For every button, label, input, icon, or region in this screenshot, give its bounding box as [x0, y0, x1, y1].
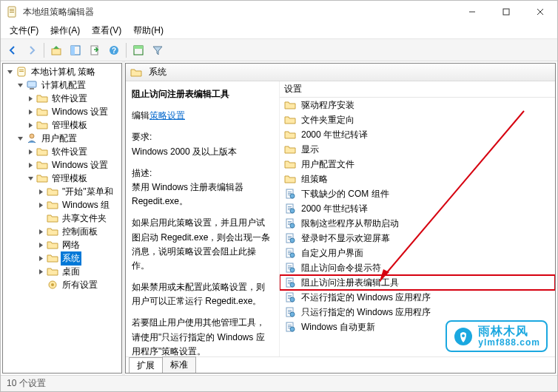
tree-all-settings[interactable]: 所有设置	[3, 278, 121, 291]
menu-action[interactable]: 操作(A)	[44, 23, 86, 38]
tree-node-icon	[47, 226, 58, 237]
tree-node-icon	[47, 186, 58, 197]
requirements-text: Windows 2000 及以上版本	[132, 145, 273, 159]
list-item[interactable]: 下载缺少的 COM 组件	[280, 186, 555, 201]
menu-file[interactable]: 文件(F)	[4, 23, 44, 38]
policy-icon	[284, 188, 296, 200]
tree-twisty-icon[interactable]	[27, 121, 35, 129]
filter-button[interactable]	[149, 41, 167, 59]
svg-rect-25	[288, 192, 292, 192]
close-button[interactable]	[523, 1, 557, 23]
tree-twisty-icon[interactable]	[37, 268, 45, 276]
tree-twisty-icon[interactable]	[16, 81, 24, 89]
tree-twisty-icon[interactable]	[6, 68, 14, 76]
tree-twisty-icon[interactable]	[37, 228, 45, 236]
list-item-label: 不运行指定的 Windows 应用程序	[301, 291, 431, 304]
tree-system[interactable]: 系统	[3, 251, 121, 265]
tree-node-label: 软件设置	[50, 145, 89, 159]
show-hide-tree-button[interactable]	[67, 41, 84, 59]
tree-desktop[interactable]: 桌面	[3, 265, 121, 278]
tree-shared-folders[interactable]: 共享文件夹	[3, 212, 121, 225]
tab-extended[interactable]: 扩展	[129, 357, 163, 374]
minimize-button[interactable]	[455, 1, 489, 23]
list-item-label: 用户配置文件	[301, 158, 354, 171]
settings-list: 设置 驱动程序安装文件夹重定向2000 年世纪转译显示用户配置文件组策略下载缺少…	[280, 81, 555, 356]
svg-rect-35	[288, 221, 292, 222]
tree-windows-components[interactable]: Windows 组	[3, 198, 121, 212]
edit-policy-link[interactable]: 策略设置	[149, 110, 185, 121]
svg-rect-5	[503, 9, 509, 15]
tree-cc-windows[interactable]: Windows 设置	[3, 105, 121, 118]
tree-twisty-icon[interactable]	[27, 161, 35, 169]
list-item[interactable]: 2000 年世纪转译	[280, 127, 555, 142]
up-button[interactable]	[47, 41, 65, 59]
svg-rect-20	[30, 88, 34, 89]
tree-network[interactable]: 网络	[3, 238, 121, 251]
tree-uc-admin[interactable]: 管理模板	[3, 172, 121, 185]
tree-node-icon	[47, 212, 58, 224]
menu-help[interactable]: 帮助(H)	[127, 23, 169, 38]
list-item-label: 显示	[301, 143, 319, 156]
list-item[interactable]: 用户配置文件	[280, 157, 555, 172]
list-item[interactable]: 驱动程序安装	[280, 98, 555, 112]
tree-uc-software[interactable]: 软件设置	[3, 145, 121, 158]
tree-control-panel[interactable]: 控制面板	[3, 225, 121, 238]
list-item-label: 限制这些程序从帮助启动	[301, 217, 399, 230]
list-item[interactable]: 不运行指定的 Windows 应用程序	[280, 290, 555, 305]
menu-view[interactable]: 查看(V)	[86, 23, 127, 38]
list-item[interactable]: 文件夹重定向	[280, 112, 555, 127]
list-item[interactable]: 登录时不显示欢迎屏幕	[280, 231, 555, 246]
tree-twisty-icon[interactable]	[37, 201, 45, 209]
app-icon	[7, 6, 19, 18]
help-button[interactable]: ?	[105, 41, 123, 59]
list-item[interactable]: 阻止访问注册表编辑工具	[280, 275, 555, 290]
tree-twisty-icon[interactable]	[27, 175, 35, 183]
tree-twisty-icon[interactable]	[37, 188, 45, 196]
tree-twisty-icon[interactable]	[37, 254, 45, 263]
tree-node-label: 网络	[61, 238, 81, 252]
separator	[44, 43, 44, 58]
tree-twisty-icon[interactable]	[27, 95, 35, 103]
list-item[interactable]: 显示	[280, 142, 555, 157]
list-item[interactable]: 阻止访问命令提示符	[280, 260, 555, 275]
export-list-button[interactable]	[86, 41, 104, 59]
list-item[interactable]: 2000 年世纪转译	[280, 201, 555, 216]
tree-cc-admin[interactable]: 管理模板	[3, 118, 121, 132]
svg-point-28	[290, 194, 295, 198]
details-body: 阻止访问注册表编辑工具 编辑策略设置 要求: Windows 2000 及以上版…	[126, 81, 555, 356]
list-item-label: 登录时不显示欢迎屏幕	[301, 232, 390, 245]
back-button[interactable]	[4, 41, 21, 59]
details-pane-button[interactable]	[130, 41, 147, 59]
policy-icon	[284, 262, 296, 274]
tree-node-label: "开始"菜单和	[61, 185, 115, 199]
tab-standard[interactable]: 标准	[162, 356, 196, 373]
tree-start-menu[interactable]: "开始"菜单和	[3, 185, 121, 198]
client-area: 本地计算机 策略计算机配置软件设置Windows 设置管理模板用户配置软件设置W…	[1, 61, 557, 375]
svg-rect-31	[288, 208, 292, 209]
forward-button[interactable]	[23, 41, 41, 59]
tree-twisty-icon[interactable]	[27, 148, 35, 156]
list-item-label: 组策略	[301, 173, 328, 186]
description-label: 描述:	[132, 166, 273, 180]
tree-twisty-icon[interactable]	[27, 108, 35, 116]
tree-node-label: 所有设置	[61, 278, 99, 292]
column-header[interactable]: 设置	[280, 81, 555, 98]
tree-uc-windows[interactable]: Windows 设置	[3, 158, 121, 172]
list-item[interactable]: 自定义用户界面	[280, 246, 555, 260]
tree-twisty-icon[interactable]	[37, 241, 45, 249]
list-item[interactable]: 组策略	[280, 172, 555, 186]
maximize-button[interactable]	[489, 1, 523, 23]
list-item-label: 2000 年世纪转译	[301, 129, 368, 141]
list-item[interactable]: 只运行指定的 Windows 应用程序	[280, 305, 555, 320]
tree-user-config[interactable]: 用户配置	[3, 132, 121, 145]
folder-icon	[284, 99, 296, 111]
tree-root[interactable]: 本地计算机 策略	[3, 65, 121, 78]
svg-rect-40	[288, 236, 292, 237]
tree-pane[interactable]: 本地计算机 策略计算机配置软件设置Windows 设置管理模板用户配置软件设置W…	[2, 63, 122, 374]
tree-computer-config[interactable]: 计算机配置	[3, 78, 121, 92]
list-item[interactable]: 限制这些程序从帮助启动	[280, 216, 555, 231]
svg-rect-70	[288, 325, 292, 325]
tree-twisty-icon[interactable]	[16, 135, 24, 143]
tree-node-label: 计算机配置	[40, 78, 87, 92]
tree-cc-software[interactable]: 软件设置	[3, 92, 121, 105]
